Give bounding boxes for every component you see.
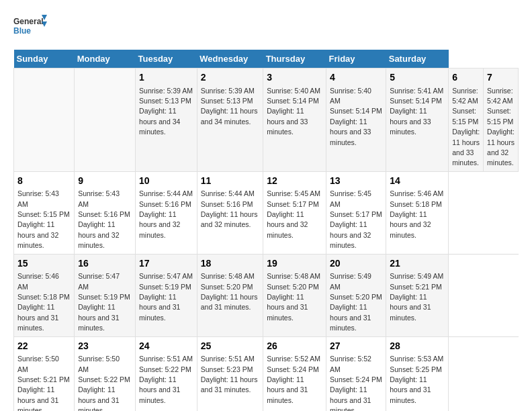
day-number: 9 <box>78 175 132 188</box>
weekday-header: Saturday <box>386 50 449 68</box>
sunrise: Sunrise: 5:48 AMSunset: 5:20 PMDaylight:… <box>201 272 258 311</box>
calendar-cell: 16 Sunrise: 5:47 AMSunset: 5:19 PMDaylig… <box>75 254 136 336</box>
day-number: 16 <box>78 257 132 271</box>
day-number: 13 <box>330 175 382 188</box>
calendar-cell: 10 Sunrise: 5:44 AMSunset: 5:16 PMDaylig… <box>136 171 197 254</box>
calendar-cell: 7 Sunrise: 5:42 AMSunset: 5:15 PMDayligh… <box>484 68 519 172</box>
calendar-cell: 14 Sunrise: 5:46 AMSunset: 5:18 PMDaylig… <box>386 171 449 254</box>
sunrise: Sunrise: 5:52 AMSunset: 5:24 PMDaylight:… <box>267 355 320 404</box>
calendar-cell: 26 Sunrise: 5:52 AMSunset: 5:24 PMDaylig… <box>263 336 326 411</box>
day-number: 14 <box>390 175 445 188</box>
day-number: 8 <box>17 175 71 188</box>
sunrise: Sunrise: 5:42 AMSunset: 5:15 PMDaylight:… <box>487 87 515 167</box>
calendar-cell: 24 Sunrise: 5:51 AMSunset: 5:22 PMDaylig… <box>136 336 197 411</box>
calendar-cell: 21 Sunrise: 5:49 AMSunset: 5:21 PMDaylig… <box>386 254 449 336</box>
sunrise: Sunrise: 5:47 AMSunset: 5:19 PMDaylight:… <box>78 272 130 332</box>
sunrise: Sunrise: 5:43 AMSunset: 5:16 PMDaylight:… <box>78 189 130 249</box>
sunrise: Sunrise: 5:53 AMSunset: 5:25 PMDaylight:… <box>390 355 443 404</box>
calendar-cell <box>75 68 136 172</box>
sunrise: Sunrise: 5:40 AMSunset: 5:14 PMDaylight:… <box>267 87 320 136</box>
calendar-cell: 13 Sunrise: 5:45 AMSunset: 5:17 PMDaylig… <box>326 171 386 254</box>
weekday-header: Monday <box>75 50 136 68</box>
day-number: 28 <box>390 340 445 353</box>
header: General Blue <box>13 13 519 43</box>
sunrise: Sunrise: 5:48 AMSunset: 5:20 PMDaylight:… <box>267 272 320 322</box>
weekday-header: Tuesday <box>136 50 197 68</box>
day-number: 23 <box>78 340 132 353</box>
sunrise: Sunrise: 5:44 AMSunset: 5:16 PMDaylight:… <box>201 189 258 228</box>
calendar-cell: 12 Sunrise: 5:45 AMSunset: 5:17 PMDaylig… <box>263 171 326 254</box>
weekday-header: Friday <box>326 50 386 68</box>
weekday-header: Sunday <box>14 50 75 68</box>
day-number: 6 <box>452 71 480 85</box>
sunrise: Sunrise: 5:39 AMSunset: 5:13 PMDaylight:… <box>139 87 193 136</box>
calendar-table: SundayMondayTuesdayWednesdayThursdayFrid… <box>13 50 519 411</box>
calendar-cell: 9 Sunrise: 5:43 AMSunset: 5:16 PMDayligh… <box>75 171 136 254</box>
week-row: 1 Sunrise: 5:39 AMSunset: 5:13 PMDayligh… <box>14 68 519 172</box>
day-number: 25 <box>201 340 259 353</box>
day-number: 12 <box>267 175 322 188</box>
calendar-cell: 8 Sunrise: 5:43 AMSunset: 5:15 PMDayligh… <box>14 171 75 254</box>
calendar-cell <box>14 68 75 172</box>
sunrise: Sunrise: 5:46 AMSunset: 5:18 PMDaylight:… <box>390 189 443 239</box>
sunrise: Sunrise: 5:45 AMSunset: 5:17 PMDaylight:… <box>267 189 320 239</box>
day-number: 7 <box>487 71 515 85</box>
calendar-cell: 6 Sunrise: 5:42 AMSunset: 5:15 PMDayligh… <box>449 68 484 172</box>
day-number: 11 <box>201 175 259 188</box>
sunrise: Sunrise: 5:50 AMSunset: 5:21 PMDaylight:… <box>17 355 70 411</box>
day-number: 21 <box>390 257 445 271</box>
sunrise: Sunrise: 5:49 AMSunset: 5:20 PMDaylight:… <box>330 272 382 332</box>
calendar-cell: 28 Sunrise: 5:53 AMSunset: 5:25 PMDaylig… <box>386 336 449 411</box>
calendar-cell: 19 Sunrise: 5:48 AMSunset: 5:20 PMDaylig… <box>263 254 326 336</box>
week-row: 22 Sunrise: 5:50 AMSunset: 5:21 PMDaylig… <box>14 336 519 411</box>
calendar-cell: 1 Sunrise: 5:39 AMSunset: 5:13 PMDayligh… <box>136 68 197 172</box>
sunrise: Sunrise: 5:51 AMSunset: 5:23 PMDaylight:… <box>201 355 258 394</box>
week-row: 15 Sunrise: 5:46 AMSunset: 5:18 PMDaylig… <box>14 254 519 336</box>
calendar-cell: 27 Sunrise: 5:52 AMSunset: 5:24 PMDaylig… <box>326 336 386 411</box>
sunrise: Sunrise: 5:43 AMSunset: 5:15 PMDaylight:… <box>17 189 70 249</box>
day-number: 3 <box>267 71 322 85</box>
sunrise: Sunrise: 5:40 AMSunset: 5:14 PMDaylight:… <box>330 87 382 146</box>
logo-svg: General Blue <box>13 13 47 43</box>
sunrise: Sunrise: 5:42 AMSunset: 5:15 PMDaylight:… <box>452 87 480 167</box>
day-number: 18 <box>201 257 259 271</box>
calendar-cell: 20 Sunrise: 5:49 AMSunset: 5:20 PMDaylig… <box>326 254 386 336</box>
calendar-cell: 17 Sunrise: 5:47 AMSunset: 5:19 PMDaylig… <box>136 254 197 336</box>
sunrise: Sunrise: 5:44 AMSunset: 5:16 PMDaylight:… <box>139 189 193 239</box>
day-number: 24 <box>139 340 193 353</box>
day-number: 27 <box>330 340 382 353</box>
day-number: 1 <box>139 71 193 85</box>
day-number: 4 <box>330 71 382 85</box>
calendar-cell: 23 Sunrise: 5:50 AMSunset: 5:22 PMDaylig… <box>75 336 136 411</box>
weekday-header: Wednesday <box>197 50 263 68</box>
weekday-header-row: SundayMondayTuesdayWednesdayThursdayFrid… <box>14 50 519 68</box>
sunrise: Sunrise: 5:51 AMSunset: 5:22 PMDaylight:… <box>139 355 193 404</box>
calendar-cell: 25 Sunrise: 5:51 AMSunset: 5:23 PMDaylig… <box>197 336 263 411</box>
calendar-cell: 3 Sunrise: 5:40 AMSunset: 5:14 PMDayligh… <box>263 68 326 172</box>
day-number: 5 <box>390 71 445 85</box>
day-number: 26 <box>267 340 322 353</box>
sunrise: Sunrise: 5:39 AMSunset: 5:13 PMDaylight:… <box>201 87 258 126</box>
sunrise: Sunrise: 5:41 AMSunset: 5:14 PMDaylight:… <box>390 87 443 136</box>
calendar-cell: 4 Sunrise: 5:40 AMSunset: 5:14 PMDayligh… <box>326 68 386 172</box>
day-number: 20 <box>330 257 382 271</box>
svg-text:Blue: Blue <box>13 26 31 36</box>
sunrise: Sunrise: 5:46 AMSunset: 5:18 PMDaylight:… <box>17 272 70 332</box>
day-number: 17 <box>139 257 193 271</box>
svg-text:General: General <box>13 17 44 26</box>
calendar-cell: 11 Sunrise: 5:44 AMSunset: 5:16 PMDaylig… <box>197 171 263 254</box>
calendar-cell: 2 Sunrise: 5:39 AMSunset: 5:13 PMDayligh… <box>197 68 263 172</box>
day-number: 15 <box>17 257 71 271</box>
weekday-header: Thursday <box>263 50 326 68</box>
week-row: 8 Sunrise: 5:43 AMSunset: 5:15 PMDayligh… <box>14 171 519 254</box>
calendar-cell: 18 Sunrise: 5:48 AMSunset: 5:20 PMDaylig… <box>197 254 263 336</box>
day-number: 19 <box>267 257 322 271</box>
calendar-cell: 15 Sunrise: 5:46 AMSunset: 5:18 PMDaylig… <box>14 254 75 336</box>
day-number: 10 <box>139 175 193 188</box>
day-number: 22 <box>17 340 71 353</box>
day-number: 2 <box>201 71 259 85</box>
logo: General Blue <box>13 13 47 43</box>
sunrise: Sunrise: 5:45 AMSunset: 5:17 PMDaylight:… <box>330 189 382 249</box>
sunrise: Sunrise: 5:50 AMSunset: 5:22 PMDaylight:… <box>78 355 130 411</box>
sunrise: Sunrise: 5:49 AMSunset: 5:21 PMDaylight:… <box>390 272 443 322</box>
